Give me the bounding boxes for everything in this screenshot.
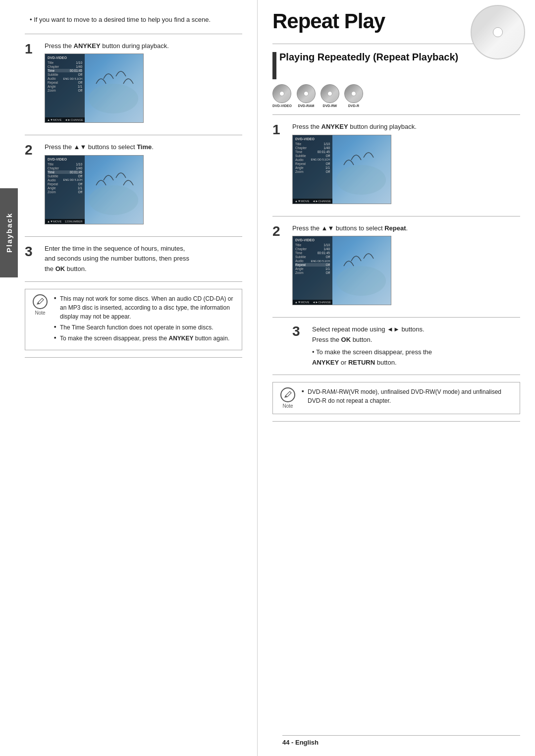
format-label: DVD-R: [348, 104, 359, 108]
dvd-menu-overlay: DVD-VIDEO Title1/10 Chapter1/40 Time00:0…: [45, 54, 85, 122]
anykey-r3-bold: ANYKEY: [312, 359, 339, 366]
section-bar: [272, 52, 276, 79]
svg-point-0: [89, 84, 138, 113]
note-list: This may not work for some discs. When a…: [54, 294, 236, 343]
birds-art: [86, 161, 141, 216]
step-text: Press the ANYKEY button during playback.: [45, 41, 242, 51]
right-step-1: 1 Press the ANYKEY button during playbac…: [272, 122, 520, 209]
dvd-row-title: Title1/10: [295, 243, 330, 247]
dvd-row-subtitle: SubtitleOff: [295, 255, 330, 259]
dvd-menu-overlay: DVD-VIDEO Title1/10 Chapter1/40 Time00:0…: [45, 156, 85, 224]
format-icon-dvd-ram: DVD-RAM: [297, 84, 316, 108]
disc-decoration: [471, 5, 525, 59]
page-footer: 44 - English: [282, 735, 520, 746]
footer-text: 44 - English: [282, 739, 319, 746]
step-number: 3: [25, 245, 40, 259]
format-disc: [344, 84, 363, 103]
dvd-bottom-bar: ▲▼MOVE◄►CHANGE: [45, 117, 85, 122]
dvd-row-chapter: Chapter1/40: [48, 166, 82, 170]
format-label: DVD-RAM: [298, 104, 314, 108]
step-text: Press the ▲▼ buttons to select Time.: [45, 142, 242, 152]
note-item-3: To make the screen disappear, press the …: [54, 334, 236, 343]
dvd-row-zoom: ZoomOff: [48, 190, 82, 194]
note-list-r: DVD-RAM/-RW(VR mode), unfinalised DVD-RW…: [302, 387, 514, 405]
left-step-2: 2 Press the ▲▼ buttons to select Time. D…: [25, 142, 242, 229]
format-disc: [321, 84, 339, 103]
step-content: Press the ANYKEY button during playback.…: [45, 41, 242, 128]
step-text: Press the ▲▼ buttons to select Repeat.: [292, 223, 520, 233]
birds-art: [334, 140, 388, 196]
format-disc: [297, 84, 316, 103]
divider-right-3: [272, 216, 520, 216]
note-icon: [33, 294, 48, 309]
svg-point-3: [336, 266, 386, 296]
dvd-row-angle: Angle1/1: [295, 267, 330, 270]
dvd-row-zoom: ZoomOff: [295, 271, 330, 274]
dvd-row-title: Title1/10: [48, 61, 82, 64]
format-disc-inner: [304, 91, 309, 96]
note-box-right: Note DVD-RAM/-RW(VR mode), unfinalised D…: [272, 382, 520, 414]
divider-right-4: [272, 317, 520, 318]
anykey-note-bold: ANYKEY: [168, 335, 193, 342]
step-content: Enter the time in the sequence of hours,…: [45, 244, 242, 274]
dvd-title: DVD-VIDEO: [295, 137, 330, 141]
dvd-screen-r1: DVD-VIDEO Title1/10 Chapter1/40 Time00:0…: [292, 135, 391, 204]
dvd-screen-2: DVD-VIDEO Title1/10 Chapter1/40 Time00:0…: [45, 155, 144, 224]
right-step-2: 2 Press the ▲▼ buttons to select Repeat.…: [272, 223, 520, 311]
dvd-row-time: Time00:01:45: [295, 150, 330, 154]
step-content: 3 Select repeat mode using ◄► buttons. P…: [292, 324, 520, 368]
dvd-title: DVD-VIDEO: [295, 238, 330, 242]
page-title-area: Repeat Play: [272, 10, 520, 37]
step-num-3: 3: [292, 324, 307, 338]
left-column: If you want to move to a desired time to…: [0, 0, 258, 756]
divider-3: [25, 236, 242, 237]
dvd-row-angle: Angle1/1: [295, 166, 330, 169]
divider-right-6: [272, 421, 520, 422]
step-number: 2: [25, 143, 40, 157]
dvd-row-time: Time00:01:45: [295, 251, 330, 255]
step-number: 2: [272, 224, 287, 238]
dvd-title: DVD-VIDEO: [48, 56, 82, 59]
repeat-bold: Repeat: [384, 224, 406, 232]
note-content-r: DVD-RAM/-RW(VR mode), unfinalised DVD-RW…: [302, 387, 514, 407]
step-content: Press the ▲▼ buttons to select Repeat. D…: [292, 223, 520, 311]
step3-text-area: Select repeat mode using ◄► buttons. Pre…: [312, 324, 432, 368]
dvd-screen-r2: DVD-VIDEO Title1/10 Chapter1/40 Time00:0…: [292, 236, 391, 305]
divider-2: [25, 135, 242, 135]
time-bold: Time: [137, 143, 152, 151]
note-content: This may not work for some discs. When a…: [54, 294, 236, 345]
dvd-bottom-bar: ▲▼MOVE123NUMBER: [45, 219, 85, 224]
note-item-2: The Time Search function does not operat…: [54, 323, 236, 332]
format-disc-inner: [327, 91, 332, 96]
intro-text: If you want to move to a desired time to…: [25, 15, 242, 25]
dvd-row-angle: Angle1/1: [48, 186, 82, 190]
section-heading: Playing Repeatedly (Repeat Playback): [272, 51, 520, 79]
dvd-row-repeat: RepeatOff: [295, 263, 330, 267]
divider-right-5: [272, 375, 520, 375]
dvd-row-chapter: Chapter1/40: [48, 65, 82, 68]
dvd-menu-overlay: DVD-VIDEO Title1/10 Chapter1/40 Time00:0…: [293, 135, 332, 204]
format-disc-inner: [279, 91, 284, 96]
sidebar-label: Playback: [5, 213, 13, 253]
dvd-row-title: Title1/10: [48, 162, 82, 166]
dvd-row-audio: AudioENG DD 5.1CH: [295, 259, 330, 263]
format-icon-dvd-video: DVD-VIDEO: [272, 84, 292, 108]
note-item-1: This may not work for some discs. When a…: [54, 294, 236, 321]
dvd-row-subtitle: SubtitleOff: [48, 73, 82, 76]
pencil-icon: [36, 297, 45, 306]
note-label-r: Note: [282, 403, 293, 409]
sidebar-tab: Playback: [0, 188, 18, 277]
anykey-bold: ANYKEY: [74, 42, 101, 50]
dvd-title: DVD-VIDEO: [48, 158, 82, 161]
disc-inner: [493, 27, 503, 37]
dvd-row-title: Title1/10: [295, 142, 330, 146]
anykey-bold-r1: ANYKEY: [321, 123, 348, 130]
divider-right-2: [272, 114, 520, 115]
svg-point-2: [336, 165, 386, 195]
ok-bold-r: OK: [341, 336, 351, 343]
dvd-row-audio: AudioENG DD 5.1CH: [48, 77, 82, 80]
dvd-row-subtitle: SubtitleOff: [48, 174, 82, 178]
dvd-row-repeat: RepeatOff: [295, 162, 330, 165]
dvd-row-zoom: ZoomOff: [48, 89, 82, 92]
divider-5: [25, 357, 242, 358]
